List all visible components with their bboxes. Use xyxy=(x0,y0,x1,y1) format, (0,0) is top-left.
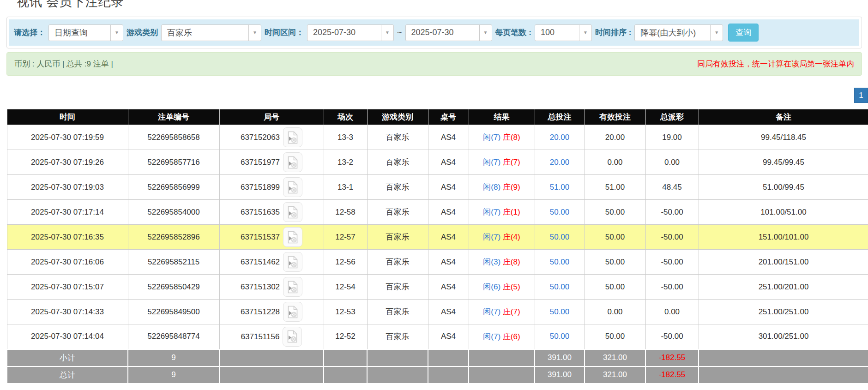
cell-result: 闲(7) 庄(7) xyxy=(469,300,535,324)
cell-total-bet[interactable]: 50.00 xyxy=(535,200,585,225)
replay-button[interactable] xyxy=(283,152,302,172)
footer-empty-cell xyxy=(367,366,428,384)
cell-total-bet[interactable]: 20.00 xyxy=(535,150,585,175)
table-row: 2025-07-30 07:14:04522695848774637151156… xyxy=(7,324,868,349)
time-sort-select[interactable]: 降幂(由大到小) ▼ xyxy=(634,24,723,41)
search-button[interactable]: 查询 xyxy=(728,24,759,42)
cell-payout: 0.00 xyxy=(645,300,699,324)
date-to-select[interactable]: 2025-07-30 ▼ xyxy=(405,24,492,41)
cell-total-bet[interactable]: 50.00 xyxy=(535,275,585,300)
replay-button[interactable] xyxy=(283,227,302,247)
cell-valid-bet: 0.00 xyxy=(585,150,645,175)
cell-table-no: AS4 xyxy=(428,275,469,300)
cell-total-bet[interactable]: 50.00 xyxy=(535,300,585,324)
cell-game-type: 百家乐 xyxy=(367,250,428,275)
replay-button[interactable] xyxy=(283,202,302,222)
cell-payout: 0.00 xyxy=(645,150,699,175)
chevron-down-icon[interactable]: ▼ xyxy=(579,25,591,41)
round-number: 637151462 xyxy=(241,258,280,266)
cell-round: 637151228 xyxy=(219,300,324,324)
table-footer-row: 小计9391.00321.00-182.55 xyxy=(7,349,868,366)
cell-bet-id: 522695848774 xyxy=(128,324,219,349)
footer-payout: -182.55 xyxy=(645,366,699,384)
cell-result: 闲(3) 庄(8) xyxy=(469,250,535,275)
replay-button[interactable] xyxy=(283,327,302,347)
cell-payout: -50.00 xyxy=(645,200,699,225)
result-player: 闲(7) xyxy=(483,208,500,216)
footer-label: 小计 xyxy=(7,349,128,366)
cell-session: 12-57 xyxy=(324,225,367,250)
chevron-down-icon[interactable]: ▼ xyxy=(479,25,492,41)
result-banker: 庄(7) xyxy=(503,307,520,316)
cell-session: 12-54 xyxy=(324,275,367,300)
video-file-icon xyxy=(287,231,298,244)
date-from-value: 2025-07-30 xyxy=(307,25,381,41)
cell-game-type: 百家乐 xyxy=(367,150,428,175)
pagination-page-1[interactable]: 1 xyxy=(854,88,868,103)
query-type-select[interactable]: 日期查询 ▼ xyxy=(48,24,123,41)
footer-empty-cell xyxy=(469,366,535,384)
cell-round: 637151537 xyxy=(219,225,324,250)
cell-result: 闲(7) 庄(4) xyxy=(469,225,535,250)
cell-payout: 48.45 xyxy=(645,175,699,200)
replay-button[interactable] xyxy=(283,252,302,272)
table-row: 2025-07-30 07:19:03522695856999637151899… xyxy=(7,175,868,200)
total-bet-link[interactable]: 50.00 xyxy=(550,332,570,341)
cell-total-bet[interactable]: 20.00 xyxy=(535,125,585,150)
cell-total-bet[interactable]: 50.00 xyxy=(535,324,585,349)
cell-total-bet[interactable]: 51.00 xyxy=(535,175,585,200)
total-bet-link[interactable]: 20.00 xyxy=(550,133,570,142)
chevron-down-icon[interactable]: ▼ xyxy=(381,25,393,41)
replay-button[interactable] xyxy=(283,127,302,147)
total-bet-link[interactable]: 50.00 xyxy=(550,307,570,316)
cell-note: 201.00/151.00 xyxy=(699,250,868,275)
round-number: 637151302 xyxy=(241,282,280,291)
chevron-down-icon[interactable]: ▼ xyxy=(248,25,261,41)
game-type-value: 百家乐 xyxy=(162,25,248,41)
total-bet-link[interactable]: 50.00 xyxy=(550,258,570,266)
cell-payout: -50.00 xyxy=(645,275,699,300)
cell-note: 151.00/101.00 xyxy=(699,225,868,250)
valid-bet-note: 同局有效投注，统一计算在该局第一张注单内 xyxy=(697,59,854,69)
cell-round: 637151899 xyxy=(219,175,324,200)
result-player: 闲(3) xyxy=(483,258,500,266)
game-type-select[interactable]: 百家乐 ▼ xyxy=(161,24,261,41)
total-bet-link[interactable]: 50.00 xyxy=(550,233,570,241)
round-number: 637151537 xyxy=(241,233,280,241)
table-body: 2025-07-30 07:19:59522695858658637152063… xyxy=(7,125,868,384)
total-bet-link[interactable]: 50.00 xyxy=(550,282,570,291)
round-number: 637151899 xyxy=(241,183,280,192)
cell-payout: -50.00 xyxy=(645,324,699,349)
total-bet-link[interactable]: 51.00 xyxy=(550,183,570,192)
replay-button[interactable] xyxy=(283,302,302,322)
replay-button[interactable] xyxy=(283,277,302,297)
total-bet-link[interactable]: 50.00 xyxy=(550,208,570,216)
cell-bet-id: 522695854000 xyxy=(128,200,219,225)
chevron-down-icon[interactable]: ▼ xyxy=(710,25,723,41)
date-from-select[interactable]: 2025-07-30 ▼ xyxy=(307,24,394,41)
cell-game-type: 百家乐 xyxy=(367,300,428,324)
cell-table-no: AS4 xyxy=(428,175,469,200)
date-to-value: 2025-07-30 xyxy=(406,25,479,41)
page-size-select[interactable]: 100 ▼ xyxy=(535,24,592,41)
footer-total-bet: 391.00 xyxy=(535,349,585,366)
cell-note: 251.00/201.00 xyxy=(699,275,868,300)
filter-bar: 请选择： 日期查询 ▼ 游戏类别 百家乐 ▼ 时间区间： 2025-07-30 … xyxy=(9,19,859,46)
cell-valid-bet: 0.00 xyxy=(585,300,645,324)
cell-session: 13-2 xyxy=(324,150,367,175)
video-file-icon xyxy=(287,131,298,144)
result-banker: 庄(8) xyxy=(503,258,520,266)
table-row: 2025-07-30 07:14:33522695849500637151228… xyxy=(7,300,868,324)
cell-bet-id: 522695858658 xyxy=(128,125,219,150)
cell-game-type: 百家乐 xyxy=(367,175,428,200)
table-row: 2025-07-30 07:17:14522695854000637151635… xyxy=(7,200,868,225)
cell-total-bet[interactable]: 50.00 xyxy=(535,225,585,250)
total-bet-link[interactable]: 20.00 xyxy=(550,158,570,167)
cell-valid-bet: 50.00 xyxy=(585,200,645,225)
result-banker: 庄(5) xyxy=(503,282,520,291)
chevron-down-icon[interactable]: ▼ xyxy=(110,25,123,41)
replay-button[interactable] xyxy=(283,177,302,197)
cell-time: 2025-07-30 07:16:06 xyxy=(7,250,128,275)
result-banker: 庄(6) xyxy=(503,332,520,341)
cell-total-bet[interactable]: 50.00 xyxy=(535,250,585,275)
